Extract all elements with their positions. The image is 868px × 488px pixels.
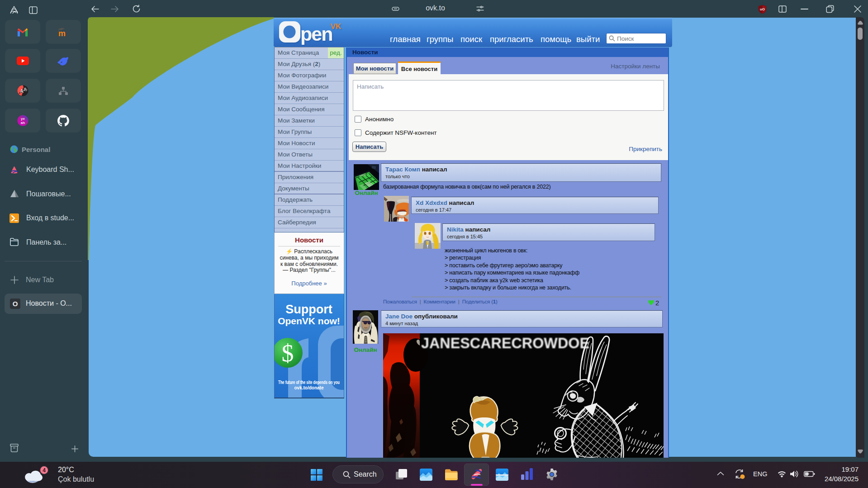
- svg-text:ah: ah: [20, 121, 24, 125]
- svg-text:m: m: [58, 29, 66, 37]
- svg-text:uO: uO: [760, 7, 765, 11]
- svg-text:OpenVK now!: OpenVK now!: [278, 316, 340, 326]
- svg-text:ye: ye: [21, 117, 25, 121]
- svg-text:$: $: [282, 340, 294, 367]
- svg-text:JANESCARECROWDOE: JANESCARECROWDOE: [421, 334, 589, 351]
- svg-text:あ: あ: [23, 87, 27, 91]
- svg-text:VK: VK: [331, 22, 342, 31]
- svg-text:The future of the site depends: The future of the site depends on you: [278, 380, 340, 385]
- svg-text:Support: Support: [285, 303, 332, 316]
- svg-text:ovk.to/donate: ovk.to/donate: [294, 385, 323, 390]
- svg-text:pen: pen: [300, 23, 332, 45]
